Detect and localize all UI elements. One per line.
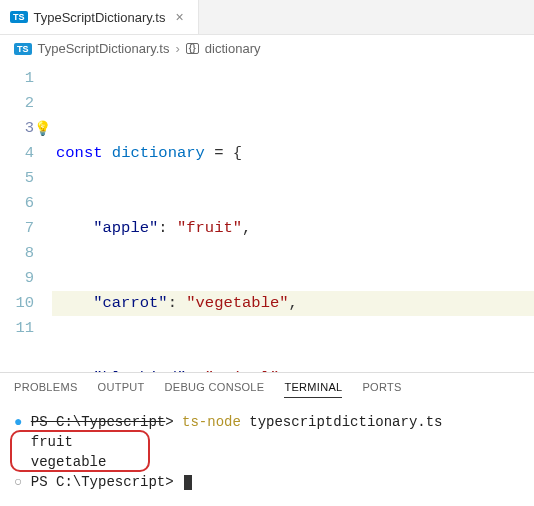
tab-debug-console[interactable]: DEBUG CONSOLE xyxy=(165,381,265,398)
namespace-icon: {} xyxy=(186,43,199,54)
file-tab[interactable]: TS TypeScriptDictionary.ts × xyxy=(0,0,199,34)
code-content[interactable]: 💡 const dictionary = { "apple": "fruit",… xyxy=(52,62,534,372)
terminal-line: ● PS C:\Typescript> ts-node typescriptdi… xyxy=(14,412,520,432)
terminal-panel[interactable]: ● PS C:\Typescript> ts-node typescriptdi… xyxy=(0,404,534,506)
line-gutter: 1 2 3 4 5 6 7 8 9 10 11 xyxy=(0,62,52,372)
tab-terminal[interactable]: TERMINAL xyxy=(284,381,342,398)
terminal-prompt: ○ PS C:\Typescript> xyxy=(14,472,520,492)
close-icon[interactable]: × xyxy=(171,9,187,25)
breadcrumb[interactable]: TS TypeScriptDictionary.ts › {} dictiona… xyxy=(0,35,534,62)
breadcrumb-file: TypeScriptDictionary.ts xyxy=(38,41,170,56)
tab-bar: TS TypeScriptDictionary.ts × xyxy=(0,0,534,35)
tab-problems[interactable]: PROBLEMS xyxy=(14,381,78,398)
breadcrumb-symbol: dictionary xyxy=(205,41,261,56)
cursor-icon xyxy=(184,475,192,490)
code-editor[interactable]: 1 2 3 4 5 6 7 8 9 10 11 💡 const dictiona… xyxy=(0,62,534,372)
panel-tabs: PROBLEMS OUTPUT DEBUG CONSOLE TERMINAL P… xyxy=(0,372,534,404)
tab-output[interactable]: OUTPUT xyxy=(98,381,145,398)
tab-filename: TypeScriptDictionary.ts xyxy=(34,10,166,25)
tab-ports[interactable]: PORTS xyxy=(362,381,401,398)
ts-icon: TS xyxy=(10,11,28,23)
terminal-output: vegetable xyxy=(14,452,520,472)
chevron-right-icon: › xyxy=(175,41,179,56)
ts-icon: TS xyxy=(14,43,32,55)
lightbulb-icon[interactable]: 💡 xyxy=(34,117,51,142)
terminal-output: fruit xyxy=(14,432,520,452)
